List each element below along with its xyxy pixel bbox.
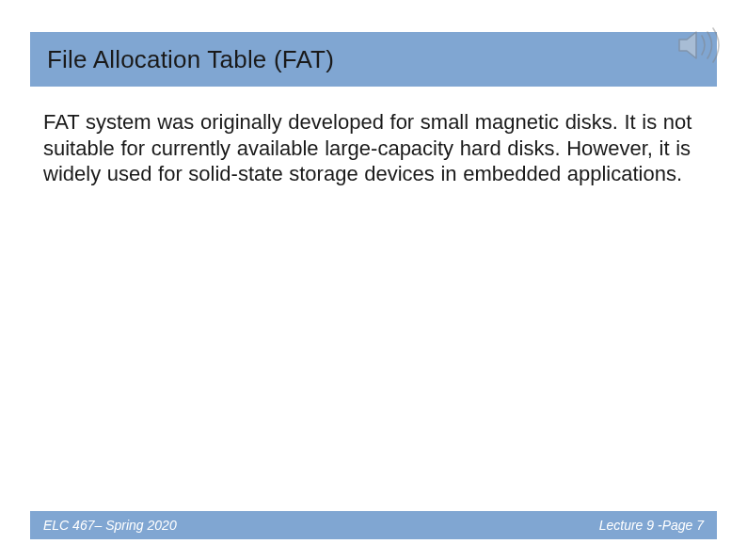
slide: File Allocation Table (FAT) FAT system w… <box>0 0 747 560</box>
footer-left: ELC 467– Spring 2020 <box>43 518 177 533</box>
speaker-icon <box>674 23 726 68</box>
slide-body: FAT system was originally developed for … <box>43 109 704 187</box>
slide-title: File Allocation Table (FAT) <box>47 45 334 74</box>
footer-right: Lecture 9 -Page 7 <box>599 518 704 533</box>
title-bar: File Allocation Table (FAT) <box>30 32 717 87</box>
footer: ELC 467– Spring 2020 Lecture 9 -Page 7 <box>30 511 717 539</box>
